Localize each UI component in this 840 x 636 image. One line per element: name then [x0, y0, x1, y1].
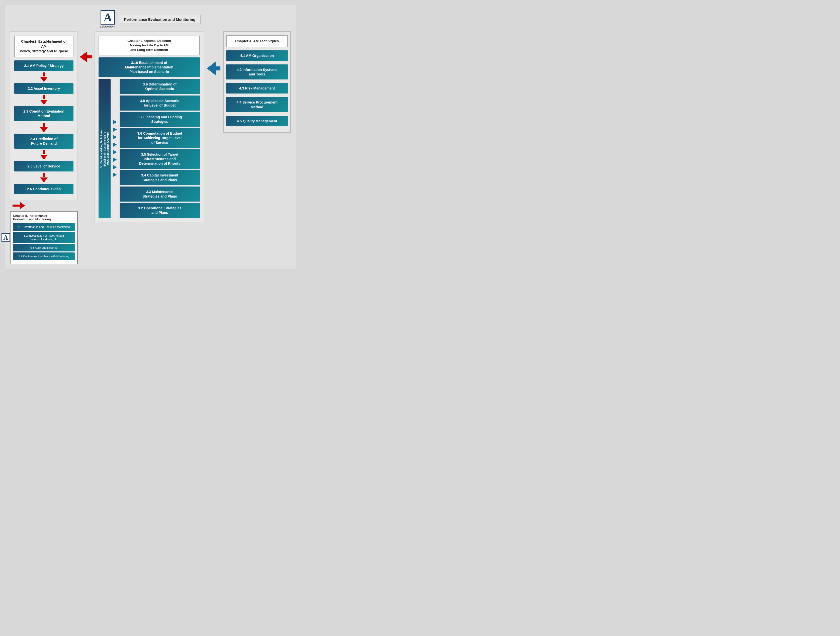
arrow-2-5-to-2-6 — [14, 173, 73, 183]
item-4-1: 4.1 AM Organization — [226, 51, 288, 61]
arrow-column-left-middle — [80, 32, 92, 62]
arrow-2-3-to-2-4 — [14, 123, 73, 133]
chapter5-top-label: Chapter 5 — [100, 25, 115, 29]
item-3-7: 3.7 Financing and FundingStrategies — [120, 112, 200, 127]
big-blue-arrow-left — [206, 32, 221, 76]
item-4-4: 4.4 Service ProcurementMethod — [226, 97, 288, 112]
chapter2-header: Chapter2. Establishment of AMPolicy, Str… — [14, 36, 73, 57]
chapter5-bottom-box: Chapter 5. PerformanceEvaluation and Mon… — [10, 211, 78, 264]
big-red-arrow-left — [80, 51, 92, 62]
chapter4-header: Chapter 4. AM Techniques — [226, 35, 288, 47]
item-2-3: 2.3 Condition EvaluationMethod — [14, 106, 73, 121]
chapter4-column: Chapter 4. AM Techniques 4.1 AM Organiza… — [223, 32, 291, 133]
red-arrow-to-ch5-bottom — [10, 202, 78, 209]
item-2-2: 2.2 Asset Inventory — [14, 83, 73, 94]
item-5-3: 5.3 Audit and Records — [13, 244, 75, 251]
blue-arrow-6 — [113, 158, 117, 162]
item-4-3: 4.3 Risk Management — [226, 83, 288, 93]
item-2-4: 2.4 Prediction ofFuture Demand — [14, 134, 73, 149]
blue-arrow-5 — [113, 150, 117, 154]
item-5-2: 5.2 Investigation of Asset-relatedFailur… — [13, 232, 75, 243]
blue-arrow-4 — [113, 143, 117, 147]
blue-arrow-3 — [113, 135, 117, 139]
arrow-2-4-to-2-5 — [14, 150, 73, 160]
chapter3-vertical-label: 3.1 Decision Making TechniquesBCA(Benefi… — [98, 79, 111, 218]
blue-arrow-1 — [113, 120, 117, 124]
item-3-9: 3.9 Determination ofOptimal Scenario — [120, 79, 200, 94]
blue-arrow-7 — [113, 165, 117, 169]
item-5-1: 5.1 Performance and Condition Monitoring — [13, 223, 75, 230]
item-2-1: 2.1 AM Policy / Strategy — [14, 60, 73, 71]
item-3-6: 3.6 Computation of Budgetfor Achieving T… — [120, 128, 200, 148]
blue-arrow-2 — [113, 128, 117, 132]
item-3-3: 3.3 MaintenanceStrategies and Plans — [120, 186, 200, 202]
item-2-5: 2.5 Level of Service — [14, 161, 73, 172]
chapter3-column: Chapter 3. Optimal DecisionMaking for Li… — [94, 32, 204, 223]
chapter5-letter-a-top: A — [101, 10, 115, 25]
chapter2-column: Chapter2. Establishment of AMPolicy, Str… — [10, 32, 78, 264]
blue-arrows-column — [112, 79, 118, 218]
item-2-6: 2.6 Continuous Plan — [14, 184, 73, 194]
item-4-5: 4.5 Quality Management — [226, 116, 288, 126]
item-3-8: 3.8 Applicable Scenariofor Level of Budg… — [120, 96, 200, 110]
arrow-2-1-to-2-2 — [14, 73, 73, 82]
blue-arrow-8 — [113, 173, 117, 177]
diagram-wrapper: A Chapter 5 Performance Evaluation and M… — [5, 5, 296, 269]
arrow-2-2-to-2-3 — [14, 95, 73, 105]
item-3-10: 3.10 Establishment ofMaintenance Impleme… — [98, 57, 200, 77]
chapter5-top-sublabel: Performance Evaluation and Monitoring — [119, 15, 201, 24]
item-3-2: 3.2 Operational Strategiesand Plans — [120, 203, 200, 218]
item-4-2: 4.2 Information Systemsand Tools — [226, 65, 288, 79]
item-3-5: 3.5 Selection of TargetInfrastructures a… — [120, 149, 200, 169]
item-3-4: 3.4 Capital InvestmentStrategies and Pla… — [120, 170, 200, 185]
chapter3-header: Chapter 3. Optimal DecisionMaking for Li… — [98, 36, 200, 55]
chapter3-items: 3.9 Determination ofOptimal Scenario 3.8… — [120, 79, 200, 218]
item-5-4: 5.4 Continuous Feedback with Monitoring — [13, 253, 75, 260]
chapter5-letter-a-bottom: A — [2, 234, 10, 242]
chapter5-bottom-header: Chapter 5. PerformanceEvaluation and Mon… — [13, 214, 75, 221]
